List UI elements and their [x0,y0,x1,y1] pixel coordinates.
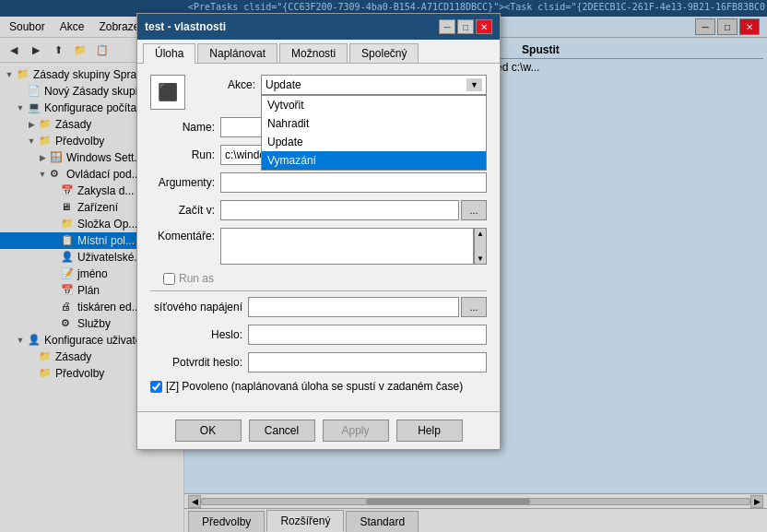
sit-napajeni-label: síťového napájení [150,301,242,313]
komentare-scrollbar[interactable]: ▲ ▼ [474,228,487,265]
dropdown-item-nahradit[interactable]: Nahradit [262,114,486,133]
akce-dropdown-arrow: ▼ [466,78,482,91]
sit-napajeni-browse-btn[interactable]: ... [461,297,487,317]
dropdown-item-update[interactable]: Update [262,133,486,151]
komentare-field-row: Komentáře: ▲ ▼ [150,228,487,265]
sit-napajeni-input[interactable] [248,297,459,317]
dialog-close-btn[interactable]: ✕ [476,19,492,34]
dialog-maximize-btn[interactable]: □ [457,19,474,34]
heslo-input[interactable] [248,325,487,345]
heslo-field-row: Heslo: [150,325,487,345]
run-as-checkbox[interactable] [163,273,175,285]
ok-button[interactable]: OK [175,420,242,442]
dialog-footer: OK Cancel Apply Help [137,411,500,449]
argumenty-field-row: Argumenty: [150,172,487,193]
run-as-checkbox-row: Run as [150,272,487,285]
enabled-label: [Z] Povoleno (naplánovaná úloha se spust… [166,380,463,393]
dropdown-item-vymazani[interactable]: Vymazání [262,151,486,170]
help-button[interactable]: Help [396,420,463,442]
dialog-overlay: test - vlastnosti ─ □ ✕ Úloha Naplánovat… [0,0,767,532]
akce-label: Akce: [191,78,255,91]
heslo-label: Heslo: [150,328,242,341]
dialog-title: test - vlastnosti [145,20,226,33]
akce-selected-value: Update [266,78,301,91]
komentare-label: Komentáře: [150,228,215,242]
apply-button[interactable]: Apply [323,420,389,442]
task-icon: ⬛ [158,82,178,102]
dialog-minimize-btn[interactable]: ─ [439,19,455,34]
akce-field-row: Akce: Update ▼ Vytvořit Nahradit Update [191,75,487,95]
zacit-v-input-group: ... [220,200,487,220]
komentare-area: ▲ ▼ [220,228,487,265]
potvrdit-heslo-field-row: Potvrdit heslo: [150,352,487,372]
sit-napajeni-input-group: ... [248,297,487,317]
zacit-v-field-row: Začít v: ... [150,200,487,220]
dialog-titlebar: test - vlastnosti ─ □ ✕ [137,14,500,40]
akce-row: ⬛ Akce: Update ▼ Vytvořit [150,75,487,110]
scroll-down-arrow: ▼ [476,254,485,264]
name-label: Name: [150,121,215,134]
tab-spolecny[interactable]: Společný [349,43,419,63]
potvrdit-heslo-input[interactable] [248,352,487,372]
akce-dropdown-list: Vytvořit Nahradit Update Vymazání [261,95,487,171]
dialog-tabs: Úloha Naplánovat Možnosti Společný [137,40,500,64]
akce-dropdown-container: Update ▼ Vytvořit Nahradit Update Vymazá… [261,75,487,95]
dropdown-item-vytvorit[interactable]: Vytvořit [262,96,486,114]
argumenty-input[interactable] [220,172,487,193]
task-icon-box: ⬛ [150,75,185,110]
potvrdit-heslo-label: Potvrdit heslo: [150,356,242,369]
scroll-up-arrow: ▲ [476,229,485,239]
zacit-v-input[interactable] [220,200,459,220]
dialog-window: test - vlastnosti ─ □ ✕ Úloha Naplánovat… [136,13,501,450]
akce-dropdown-display[interactable]: Update ▼ [261,75,487,95]
run-label: Run: [150,148,215,161]
run-as-label: Run as [179,272,214,285]
zacit-v-browse-btn[interactable]: ... [461,200,487,220]
tab-moznosti[interactable]: Možnosti [279,43,348,63]
sit-napajeni-row: síťového napájení ... [150,297,487,317]
enabled-row: [Z] Povoleno (naplánovaná úloha se spust… [150,380,487,393]
separator [150,290,487,291]
tab-uloha[interactable]: Úloha [143,43,195,64]
dialog-content: ⬛ Akce: Update ▼ Vytvořit [137,64,500,411]
zacit-v-label: Začít v: [150,204,215,217]
dialog-title-buttons: ─ □ ✕ [439,19,492,34]
cancel-button[interactable]: Cancel [249,420,315,442]
tab-naplánovat[interactable]: Naplánovat [197,43,277,63]
enabled-checkbox[interactable] [150,381,162,393]
argumenty-label: Argumenty: [150,176,215,189]
komentare-textarea[interactable] [220,228,474,265]
